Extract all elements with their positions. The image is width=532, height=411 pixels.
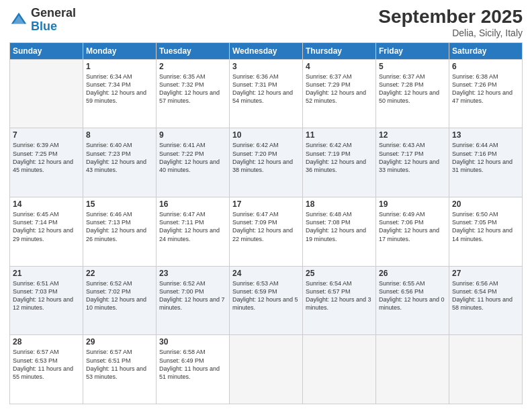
- cell-info: Sunrise: 6:37 AM Sunset: 7:29 PM Dayligh…: [306, 73, 373, 105]
- cell-info: Sunrise: 6:43 AM Sunset: 7:17 PM Dayligh…: [379, 141, 446, 174]
- table-row: [449, 335, 523, 404]
- table-row: 20Sunrise: 6:50 AM Sunset: 7:05 PM Dayli…: [449, 197, 523, 267]
- cell-info: Sunrise: 6:49 AM Sunset: 7:06 PM Dayligh…: [379, 210, 446, 243]
- table-row: 16Sunrise: 6:47 AM Sunset: 7:11 PM Dayli…: [157, 197, 230, 267]
- col-monday: Monday: [83, 42, 157, 59]
- day-number: 26: [379, 269, 446, 278]
- table-row: 17Sunrise: 6:47 AM Sunset: 7:09 PM Dayli…: [230, 197, 303, 267]
- table-row: 29Sunrise: 6:57 AM Sunset: 6:51 PM Dayli…: [83, 335, 157, 404]
- day-number: 28: [13, 337, 80, 347]
- col-friday: Friday: [376, 42, 449, 59]
- table-row: 8Sunrise: 6:40 AM Sunset: 7:23 PM Daylig…: [83, 128, 157, 197]
- table-row: 7Sunrise: 6:39 AM Sunset: 7:25 PM Daylig…: [10, 128, 83, 197]
- table-row: 22Sunrise: 6:52 AM Sunset: 7:02 PM Dayli…: [83, 266, 157, 335]
- table-row: 24Sunrise: 6:53 AM Sunset: 6:59 PM Dayli…: [230, 266, 303, 335]
- day-number: 9: [159, 130, 226, 140]
- table-row: 26Sunrise: 6:55 AM Sunset: 6:56 PM Dayli…: [376, 266, 449, 335]
- day-number: 1: [86, 62, 153, 71]
- table-row: 2Sunrise: 6:35 AM Sunset: 7:32 PM Daylig…: [157, 59, 230, 128]
- col-tuesday: Tuesday: [157, 42, 230, 59]
- calendar-table: Sunday Monday Tuesday Wednesday Thursday…: [9, 42, 523, 404]
- table-row: 13Sunrise: 6:44 AM Sunset: 7:16 PM Dayli…: [449, 128, 523, 197]
- day-number: 3: [232, 62, 300, 71]
- cell-info: Sunrise: 6:42 AM Sunset: 7:19 PM Dayligh…: [306, 141, 373, 174]
- cell-info: Sunrise: 6:34 AM Sunset: 7:34 PM Dayligh…: [86, 73, 153, 105]
- cell-info: Sunrise: 6:52 AM Sunset: 7:00 PM Dayligh…: [159, 279, 226, 312]
- table-row: 14Sunrise: 6:45 AM Sunset: 7:14 PM Dayli…: [10, 197, 83, 267]
- table-row: 6Sunrise: 6:38 AM Sunset: 7:26 PM Daylig…: [449, 59, 523, 128]
- cell-info: Sunrise: 6:58 AM Sunset: 6:49 PM Dayligh…: [159, 348, 226, 381]
- calendar-week-row: 21Sunrise: 6:51 AM Sunset: 7:03 PM Dayli…: [10, 266, 523, 335]
- table-row: 10Sunrise: 6:42 AM Sunset: 7:20 PM Dayli…: [230, 128, 303, 197]
- day-number: 10: [232, 130, 300, 140]
- calendar-week-row: 28Sunrise: 6:57 AM Sunset: 6:53 PM Dayli…: [10, 335, 523, 404]
- day-number: 18: [306, 199, 373, 209]
- cell-info: Sunrise: 6:36 AM Sunset: 7:31 PM Dayligh…: [232, 73, 300, 105]
- cell-info: Sunrise: 6:54 AM Sunset: 6:57 PM Dayligh…: [306, 279, 373, 312]
- day-number: 27: [452, 269, 519, 278]
- day-number: 8: [86, 130, 153, 140]
- day-number: 6: [452, 62, 519, 71]
- day-number: 12: [379, 130, 446, 140]
- cell-info: Sunrise: 6:52 AM Sunset: 7:02 PM Dayligh…: [86, 279, 153, 312]
- day-number: 13: [452, 130, 519, 140]
- table-row: 1Sunrise: 6:34 AM Sunset: 7:34 PM Daylig…: [83, 59, 157, 128]
- logo-icon: [9, 11, 28, 30]
- day-number: 23: [159, 269, 226, 278]
- calendar-week-row: 14Sunrise: 6:45 AM Sunset: 7:14 PM Dayli…: [10, 197, 523, 267]
- day-number: 22: [86, 269, 153, 278]
- table-row: 15Sunrise: 6:46 AM Sunset: 7:13 PM Dayli…: [83, 197, 157, 267]
- day-number: 29: [86, 337, 153, 347]
- cell-info: Sunrise: 6:51 AM Sunset: 7:03 PM Dayligh…: [13, 279, 80, 312]
- table-row: 21Sunrise: 6:51 AM Sunset: 7:03 PM Dayli…: [10, 266, 83, 335]
- cell-info: Sunrise: 6:56 AM Sunset: 6:54 PM Dayligh…: [452, 279, 519, 312]
- cell-info: Sunrise: 6:42 AM Sunset: 7:20 PM Dayligh…: [232, 141, 300, 174]
- table-row: 18Sunrise: 6:48 AM Sunset: 7:08 PM Dayli…: [303, 197, 376, 267]
- cell-info: Sunrise: 6:37 AM Sunset: 7:28 PM Dayligh…: [379, 73, 446, 105]
- day-number: 14: [13, 199, 80, 209]
- cell-info: Sunrise: 6:35 AM Sunset: 7:32 PM Dayligh…: [159, 73, 226, 105]
- day-number: 30: [159, 337, 226, 347]
- cell-info: Sunrise: 6:55 AM Sunset: 6:56 PM Dayligh…: [379, 279, 446, 312]
- day-number: 5: [379, 62, 446, 71]
- cell-info: Sunrise: 6:39 AM Sunset: 7:25 PM Dayligh…: [13, 141, 80, 174]
- table-row: 5Sunrise: 6:37 AM Sunset: 7:28 PM Daylig…: [376, 59, 449, 128]
- day-number: 15: [86, 199, 153, 209]
- table-row: 28Sunrise: 6:57 AM Sunset: 6:53 PM Dayli…: [10, 335, 83, 404]
- table-row: 12Sunrise: 6:43 AM Sunset: 7:17 PM Dayli…: [376, 128, 449, 197]
- cell-info: Sunrise: 6:40 AM Sunset: 7:23 PM Dayligh…: [86, 141, 153, 174]
- table-row: 30Sunrise: 6:58 AM Sunset: 6:49 PM Dayli…: [157, 335, 230, 404]
- cell-info: Sunrise: 6:47 AM Sunset: 7:09 PM Dayligh…: [232, 210, 300, 243]
- col-thursday: Thursday: [303, 42, 376, 59]
- cell-info: Sunrise: 6:38 AM Sunset: 7:26 PM Dayligh…: [452, 73, 519, 105]
- day-number: 11: [306, 130, 373, 140]
- cell-info: Sunrise: 6:44 AM Sunset: 7:16 PM Dayligh…: [452, 141, 519, 174]
- cell-info: Sunrise: 6:45 AM Sunset: 7:14 PM Dayligh…: [13, 210, 80, 243]
- logo: General Blue: [9, 7, 76, 34]
- cell-info: Sunrise: 6:50 AM Sunset: 7:05 PM Dayligh…: [452, 210, 519, 243]
- day-number: 20: [452, 199, 519, 209]
- header: General Blue September 2025 Delia, Sicil…: [9, 7, 523, 38]
- location: Delia, Sicily, Italy: [378, 28, 523, 38]
- table-row: [376, 335, 449, 404]
- table-row: 11Sunrise: 6:42 AM Sunset: 7:19 PM Dayli…: [303, 128, 376, 197]
- col-sunday: Sunday: [10, 42, 83, 59]
- table-row: 23Sunrise: 6:52 AM Sunset: 7:00 PM Dayli…: [157, 266, 230, 335]
- table-row: 3Sunrise: 6:36 AM Sunset: 7:31 PM Daylig…: [230, 59, 303, 128]
- logo-blue: Blue: [31, 19, 57, 33]
- day-number: 16: [159, 199, 226, 209]
- day-number: 24: [232, 269, 300, 278]
- table-row: 27Sunrise: 6:56 AM Sunset: 6:54 PM Dayli…: [449, 266, 523, 335]
- table-row: 19Sunrise: 6:49 AM Sunset: 7:06 PM Dayli…: [376, 197, 449, 267]
- table-row: [303, 335, 376, 404]
- day-number: 4: [306, 62, 373, 71]
- col-saturday: Saturday: [449, 42, 523, 59]
- cell-info: Sunrise: 6:53 AM Sunset: 6:59 PM Dayligh…: [232, 279, 300, 312]
- cell-info: Sunrise: 6:57 AM Sunset: 6:53 PM Dayligh…: [13, 348, 80, 381]
- cell-info: Sunrise: 6:57 AM Sunset: 6:51 PM Dayligh…: [86, 348, 153, 381]
- table-row: [10, 59, 83, 128]
- month-title: September 2025: [378, 7, 523, 28]
- day-number: 17: [232, 199, 300, 209]
- table-row: [230, 335, 303, 404]
- day-number: 19: [379, 199, 446, 209]
